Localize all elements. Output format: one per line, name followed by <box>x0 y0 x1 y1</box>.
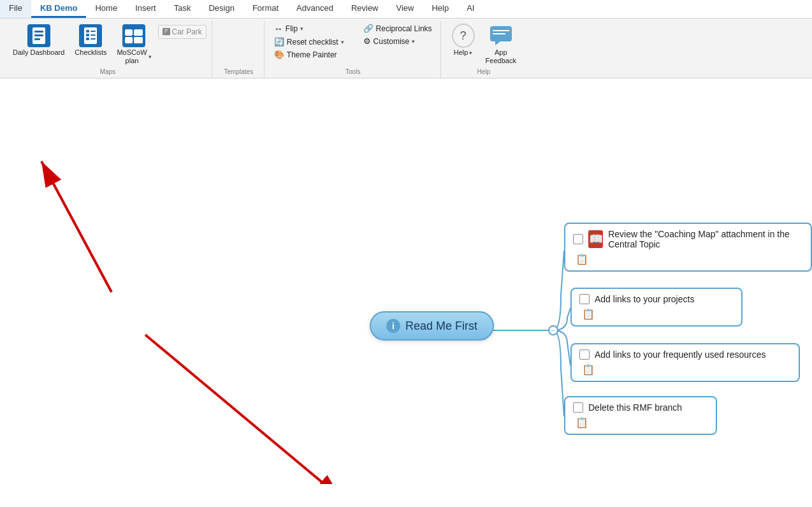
reset-checklist-button[interactable]: 🔄 Reset checklist ▾ <box>271 36 347 48</box>
info-icon: i <box>386 319 400 333</box>
tab-help[interactable]: Help <box>423 0 458 18</box>
note-icon-1: 📋 <box>576 253 588 265</box>
carpark-label: Car Park <box>172 27 202 36</box>
app-feedback-icon <box>489 24 512 47</box>
note-icon-4: 📋 <box>576 416 588 429</box>
svg-line-26 <box>41 161 112 292</box>
svg-rect-10 <box>91 34 96 36</box>
checklists-label: Checklists <box>75 48 106 57</box>
checklists-button[interactable]: Checklists <box>71 22 110 59</box>
svg-rect-14 <box>125 29 133 36</box>
tools-right-col: 🔗 Reciprocal Links ⚙ Customise ▾ <box>360 22 435 47</box>
reciprocal-links-button[interactable]: 🔗 Reciprocal Links <box>360 22 435 34</box>
svg-point-23 <box>549 326 558 335</box>
tab-design[interactable]: Design <box>199 0 243 18</box>
help-items: ? Help ▾ <box>447 22 520 67</box>
app-feedback-button[interactable]: App Feedback <box>482 22 520 67</box>
theme-painter-icon: 🎨 <box>274 50 284 59</box>
svg-rect-4 <box>34 38 40 40</box>
help-caret-icon: ▾ <box>469 50 472 56</box>
customise-icon: ⚙ <box>363 36 371 46</box>
svg-rect-17 <box>134 37 143 43</box>
theme-painter-button[interactable]: 🎨 Theme Painter <box>271 48 347 61</box>
ribbon-body: Daily Dashboard <box>0 18 812 78</box>
tab-kb-demo[interactable]: KB Demo <box>31 0 87 18</box>
svg-rect-9 <box>86 34 89 36</box>
branch-3[interactable]: Add links to your frequently used resour… <box>570 343 800 382</box>
branch-4-checkbox[interactable] <box>573 402 583 413</box>
tab-review[interactable]: Review <box>342 0 388 18</box>
carpark-icon: 🅿 <box>163 27 170 36</box>
branch-3-checkbox[interactable] <box>579 349 590 360</box>
tools-group-label: Tools <box>345 67 360 78</box>
daily-dashboard-icon <box>27 24 50 47</box>
ribbon-group-help: ? Help ▾ <box>442 21 525 78</box>
maps-items: Daily Dashboard <box>9 22 207 67</box>
branch-4-note-row: 📋 <box>573 416 708 429</box>
svg-marker-21 <box>495 41 500 45</box>
branch-1-checkbox[interactable] <box>573 234 583 244</box>
branch-2[interactable]: Add links to your projects 📋 <box>570 288 743 327</box>
note-icon-2: 📋 <box>582 308 595 320</box>
tab-advanced[interactable]: Advanced <box>287 0 342 18</box>
branch-4[interactable]: Delete this RMF branch 📋 <box>564 396 717 435</box>
note-icon-3: 📋 <box>582 364 595 376</box>
svg-rect-15 <box>125 37 133 43</box>
maps-group-label: Maps <box>100 67 115 78</box>
ribbon-tabs: File KB Demo Home Insert Task Design For… <box>0 0 812 18</box>
tools-left-col: ↔ Flip ▾ 🔄 Reset checklist ▾ 🎨 Theme Pai… <box>271 22 347 61</box>
branch-2-checkbox[interactable] <box>579 294 590 304</box>
help-group-label: Help <box>477 67 490 78</box>
tab-task[interactable]: Task <box>165 0 200 18</box>
branch-3-note-row: 📋 <box>579 364 791 376</box>
branch-2-note-row: 📋 <box>579 308 734 320</box>
help-circle-icon: ? <box>452 24 475 48</box>
svg-text:−: − <box>551 327 555 334</box>
branch-3-header: Add links to your frequently used resour… <box>579 349 791 360</box>
branch-1[interactable]: Review the "Coaching Map" attachment in … <box>564 223 812 272</box>
reset-caret-icon: ▾ <box>341 39 344 45</box>
branch-1-header: Review the "Coaching Map" attachment in … <box>573 229 803 249</box>
tab-format[interactable]: Format <box>243 0 287 18</box>
tab-file[interactable]: File <box>0 0 31 18</box>
tab-home[interactable]: Home <box>86 0 126 18</box>
daily-dashboard-button[interactable]: Daily Dashboard <box>9 22 68 59</box>
flip-button[interactable]: ↔ Flip ▾ <box>271 22 347 35</box>
ribbon: File KB Demo Home Insert Task Design For… <box>0 0 812 78</box>
svg-rect-7 <box>86 30 89 33</box>
svg-rect-8 <box>91 31 96 32</box>
customise-caret-icon: ▾ <box>412 38 415 45</box>
tools-items: ↔ Flip ▾ 🔄 Reset checklist ▾ 🎨 Theme Pai… <box>271 22 435 67</box>
svg-rect-12 <box>91 38 96 40</box>
book-icon <box>588 230 603 248</box>
moscow-button[interactable]: MoSCoW plan ▾ <box>113 22 155 67</box>
help-button[interactable]: ? Help ▾ <box>447 22 479 59</box>
central-node-text: Read Me First <box>405 320 477 333</box>
daily-dashboard-label: Daily Dashboard <box>13 48 64 57</box>
branch-1-text: Review the "Coaching Map" attachment in … <box>608 229 803 249</box>
templates-group-label: Templates <box>224 67 254 78</box>
help-icon: ? <box>452 24 475 47</box>
moscow-label: MoSCoW plan <box>117 48 147 65</box>
branch-1-note-row: 📋 <box>573 253 803 265</box>
customise-button[interactable]: ⚙ Customise ▾ <box>360 35 435 47</box>
reciprocal-links-icon: 🔗 <box>363 24 373 33</box>
svg-rect-13 <box>122 24 145 47</box>
flip-caret-icon: ▾ <box>300 26 303 32</box>
tab-view[interactable]: View <box>388 0 423 18</box>
ribbon-group-maps: Daily Dashboard <box>4 21 212 78</box>
tab-insert[interactable]: Insert <box>126 0 165 18</box>
moscow-caret-icon: ▾ <box>149 54 152 60</box>
reset-checklist-icon: 🔄 <box>274 37 284 47</box>
moscow-icon <box>122 24 145 47</box>
canvas: − i Read Me First Review the "Coaching M… <box>0 78 812 484</box>
svg-rect-2 <box>34 31 43 33</box>
flip-icon: ↔ <box>274 24 283 34</box>
svg-rect-16 <box>134 29 143 36</box>
svg-rect-3 <box>34 34 43 36</box>
tab-ai[interactable]: AI <box>458 0 483 18</box>
branch-2-text: Add links to your projects <box>595 294 694 304</box>
branch-4-text: Delete this RMF branch <box>588 402 682 413</box>
central-node[interactable]: i Read Me First <box>370 311 494 341</box>
carpark-button[interactable]: 🅿 Car Park <box>158 25 207 39</box>
